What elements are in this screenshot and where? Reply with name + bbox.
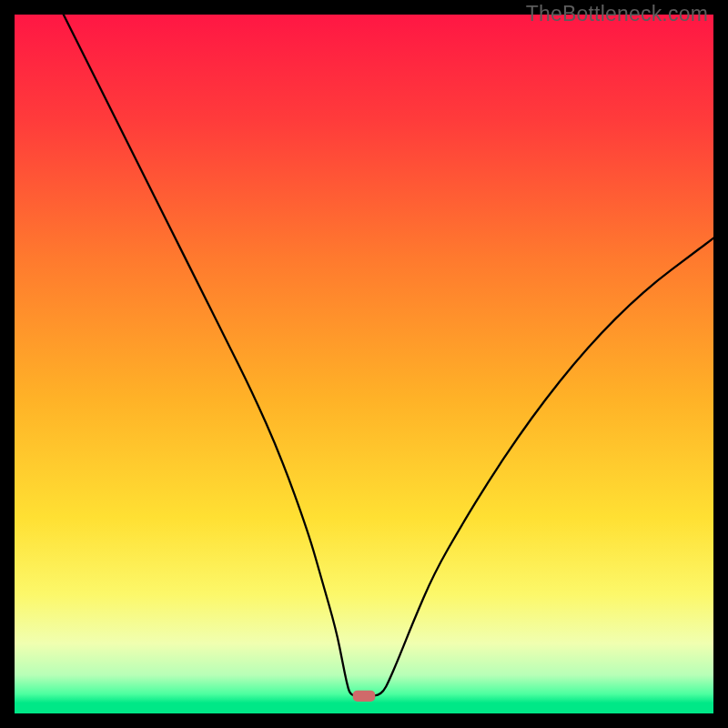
watermark-text: TheBottleneck.com xyxy=(526,2,708,26)
bottleneck-chart xyxy=(15,15,713,713)
chart-frame xyxy=(15,15,713,713)
min-marker xyxy=(353,691,376,702)
gradient-background xyxy=(15,15,713,713)
